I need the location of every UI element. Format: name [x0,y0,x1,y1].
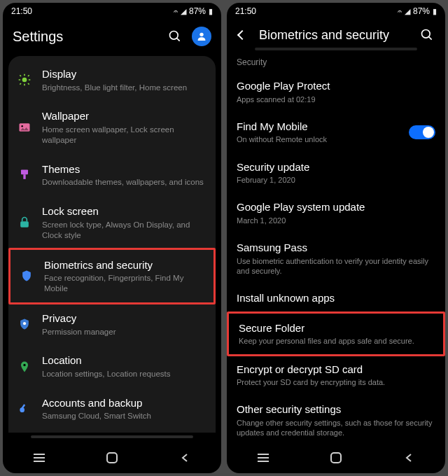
shield-dot-icon [17,316,32,332]
item-title: Encrypt or decrypt SD card [237,363,435,377]
back-button[interactable] [234,27,251,43]
svg-line-8 [20,76,21,77]
search-button[interactable] [167,28,183,45]
settings-item-google[interactable]: G Google Google settings [8,430,216,433]
item-subtitle: Protect your SD card by encrypting its d… [237,377,435,387]
security-item-secure-folder[interactable]: Secure FolderKeep your personal files an… [227,312,445,356]
settings-item-lock[interactable]: Lock screen Screen lock type, Always On … [8,196,216,248]
status-time: 21:50 [11,6,32,16]
item-title: Install unknown apps [237,291,435,305]
nav-home[interactable] [98,444,126,472]
mute-icon: 𝄐 [174,7,178,16]
nav-recents[interactable] [25,444,53,472]
status-bar: 21:50 𝄐 ◢ 87% ▮ [227,3,445,20]
security-item-security-update[interactable]: Security updateFebruary 1, 2020 [227,153,445,193]
item-subtitle: On without Remote unlock [237,134,400,144]
item-title: Find My Mobile [237,120,400,134]
item-title: Wallpaper [42,109,207,123]
security-item-find-my-mobile[interactable]: Find My MobileOn without Remote unlock [227,112,445,153]
item-title: Samsung Pass [237,241,435,255]
profile-button[interactable] [192,27,211,46]
item-title: Location [42,354,207,368]
security-item-unknown-apps[interactable]: Install unknown apps [227,284,445,313]
signal-icon: ◢ [405,7,410,16]
security-item-encrypt-sd[interactable]: Encrypt or decrypt SD cardProtect your S… [227,355,445,396]
page-title: Settings [13,29,158,45]
nav-recents[interactable] [249,444,277,472]
item-title: Lock screen [42,204,207,218]
svg-rect-14 [21,170,28,175]
scroll-hint-top [255,48,417,50]
sun-icon [17,72,32,88]
settings-item-biometrics[interactable]: Biometrics and security Face recognition… [8,248,216,304]
item-subtitle: Brightness, Blue light filter, Home scre… [42,83,207,93]
security-item-play-protect[interactable]: Google Play ProtectApps scanned at 02:19 [227,71,445,112]
svg-line-27 [429,37,432,40]
item-title: Display [42,67,207,81]
image-icon [17,120,32,135]
nav-back[interactable] [171,444,199,472]
security-list[interactable]: Google Play ProtectApps scanned at 02:19… [227,71,445,442]
status-battery: 87% [413,6,430,16]
phone-right: 21:50 𝄐 ◢ 87% ▮ Biometrics and security … [227,3,445,473]
svg-point-17 [23,322,26,325]
status-bar: 21:50 𝄐 ◢ 87% ▮ [3,3,221,20]
item-title: Themes [42,162,207,176]
item-subtitle: Change other security settings, such as … [237,418,435,438]
item-subtitle: Location settings, Location requests [42,369,207,379]
status-time: 21:50 [235,6,256,16]
key-icon [17,401,32,416]
search-button[interactable] [419,27,435,43]
battery-icon: ▮ [209,7,213,16]
search-icon [168,29,182,43]
item-subtitle: Downloadable themes, wallpapers, and ico… [42,177,207,188]
mute-icon: 𝄐 [398,7,402,16]
scroll-hint [31,435,193,438]
item-subtitle: Home screen wallpaper, Lock screen wallp… [42,125,207,146]
battery-icon: ▮ [433,7,437,16]
toggle-switch[interactable] [409,125,435,139]
svg-point-3 [22,78,27,83]
item-subtitle: Apps scanned at 02:19 [237,94,435,104]
pin-icon [17,359,32,374]
item-subtitle: Permission manager [42,327,207,337]
item-title: Google Play system update [237,200,435,214]
settings-item-display[interactable]: Display Brightness, Blue light filter, H… [8,59,216,101]
svg-point-18 [23,363,25,365]
brush-icon [17,167,32,183]
item-title: Secure Folder [239,321,433,335]
nav-home[interactable] [322,444,350,472]
settings-item-accounts[interactable]: Accounts and backup Samsung Cloud, Smart… [8,388,216,430]
settings-item-wallpaper[interactable]: Wallpaper Home screen wallpaper, Lock sc… [8,101,216,153]
svg-line-11 [28,76,29,77]
shield-icon [19,268,34,284]
nav-bar [227,442,445,473]
signal-icon: ◢ [181,7,186,16]
item-title: Security update [237,160,435,174]
settings-item-themes[interactable]: Themes Downloadable themes, wallpapers, … [8,154,216,196]
item-subtitle: March 1, 2020 [237,216,435,225]
nav-back[interactable] [395,444,423,472]
item-title: Google Play Protect [237,79,435,93]
item-subtitle: Face recognition, Fingerprints, Find My … [44,273,205,294]
security-item-play-system[interactable]: Google Play system updateMarch 1, 2020 [227,192,445,233]
status-battery: 87% [189,6,206,16]
lock-icon [17,215,32,230]
item-title: Biometrics and security [44,258,205,272]
item-title: Privacy [42,312,207,326]
item-title: Other security settings [237,402,435,416]
item-subtitle: February 1, 2020 [237,175,435,185]
security-item-samsung-pass[interactable]: Samsung PassUse biometric authentication… [227,233,445,284]
settings-item-location[interactable]: Location Location settings, Location req… [8,345,216,387]
phone-left: 21:50 𝄐 ◢ 87% ▮ Settings Display Brightn… [3,3,221,473]
settings-list[interactable]: Display Brightness, Blue light filter, H… [8,56,216,433]
person-icon [196,31,207,42]
svg-rect-25 [107,453,117,463]
svg-point-0 [170,31,178,40]
item-title: Accounts and backup [42,396,207,410]
svg-line-10 [20,83,21,85]
security-item-other-security[interactable]: Other security settingsChange other secu… [227,395,445,442]
item-subtitle: Samsung Cloud, Smart Switch [42,411,207,421]
settings-item-privacy[interactable]: Privacy Permission manager [8,303,216,345]
svg-rect-31 [331,453,341,463]
